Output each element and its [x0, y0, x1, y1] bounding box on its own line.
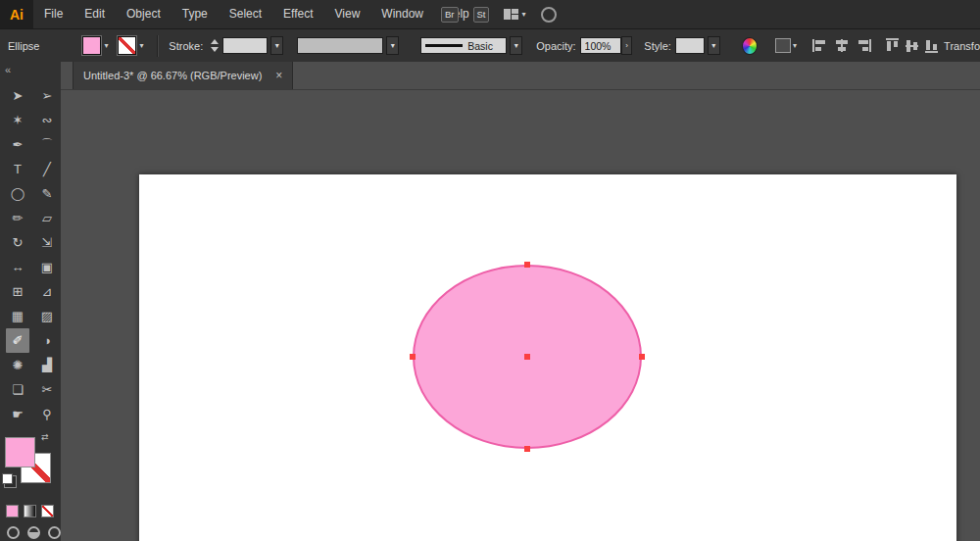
draw-normal-icon[interactable] — [7, 526, 20, 539]
chevron-down-icon[interactable]: ▾ — [510, 36, 522, 55]
menu-object[interactable]: Object — [116, 0, 172, 28]
fill-swatch[interactable] — [5, 437, 35, 467]
tools-panel: « ➤➢✶∾✒⌒T╱◯✎✏▱↻⇲↔▣⊞⊿▦▨✐◑✺▟❏✂☛⚲ ⇄ — [0, 62, 62, 541]
color-button[interactable] — [6, 505, 19, 517]
none-button[interactable] — [41, 505, 54, 517]
anchor-point[interactable] — [524, 446, 530, 452]
tool-gradient[interactable]: ▨ — [35, 304, 59, 328]
menu-effect[interactable]: Effect — [272, 0, 323, 28]
width-profile-value[interactable] — [297, 37, 383, 54]
fill-color-swatch[interactable] — [82, 36, 101, 55]
opacity-flyout-button[interactable]: › — [621, 36, 633, 55]
menu-select[interactable]: Select — [219, 0, 272, 28]
align-vertical-top-icon[interactable] — [886, 38, 899, 53]
bridge-button[interactable]: Br — [441, 7, 459, 23]
tool-pen[interactable]: ✒ — [6, 132, 29, 157]
select-similar-icon[interactable] — [775, 38, 791, 53]
tool-zoom[interactable]: ⚲ — [35, 402, 59, 426]
document-tab-bar: Untitled-3* @ 66.67% (RGB/Preview) × — [61, 62, 980, 90]
stroke-color-control[interactable]: ▾ — [118, 36, 143, 55]
tool-type[interactable]: T — [6, 157, 29, 181]
tool-line-segment[interactable]: ╱ — [35, 157, 59, 181]
fill-stroke-indicator: ⇄ — [0, 436, 61, 491]
align-horizontal-right-icon[interactable] — [857, 39, 871, 52]
chevron-down-icon[interactable]: ▾ — [386, 36, 399, 55]
tool-selection[interactable]: ➤ — [6, 83, 29, 108]
recolor-artwork-icon[interactable] — [742, 37, 758, 55]
collapse-panel-icon[interactable]: « — [0, 62, 61, 79]
tool-direct-selection[interactable]: ➢ — [35, 83, 59, 108]
chevron-down-icon[interactable]: ▾ — [708, 36, 720, 55]
menu-file[interactable]: File — [33, 0, 74, 28]
tool-perspective-grid[interactable]: ⊿ — [35, 279, 59, 304]
tool-curvature[interactable]: ⌒ — [35, 132, 59, 157]
stock-button[interactable]: St — [473, 7, 490, 23]
transform-label[interactable]: Transfo — [938, 40, 980, 52]
align-vertical-center-icon[interactable] — [906, 38, 918, 54]
tool-magic-wand[interactable]: ✶ — [6, 108, 29, 132]
fill-color-control[interactable]: ▾ — [82, 36, 108, 55]
tab-close-icon[interactable]: × — [275, 69, 282, 82]
draw-behind-icon[interactable] — [27, 526, 40, 539]
stroke-weight-select[interactable]: ▾ — [222, 36, 283, 55]
canvas-area[interactable] — [61, 90, 980, 541]
draw-inside-icon[interactable] — [48, 526, 61, 539]
menu-type[interactable]: Type — [172, 0, 219, 28]
tool-eyedropper[interactable]: ✐ — [6, 328, 29, 353]
stroke-label: Stroke: — [169, 40, 203, 52]
center-point[interactable] — [524, 354, 530, 360]
tool-shape-builder[interactable]: ⊞ — [6, 279, 29, 304]
style-select[interactable]: ▾ — [675, 36, 720, 55]
brush-definition-select[interactable]: Basic ▾ — [420, 36, 522, 55]
stroke-weight-stepper[interactable] — [211, 39, 219, 52]
tool-column-graph[interactable]: ▟ — [35, 353, 59, 377]
menu-view[interactable]: View — [324, 0, 371, 28]
stepper-down-icon[interactable] — [211, 47, 219, 52]
stroke-color-swatch[interactable] — [118, 36, 136, 55]
align-buttons — [812, 38, 938, 54]
stroke-weight-value[interactable] — [222, 37, 268, 54]
tool-paintbrush[interactable]: ✎ — [35, 181, 59, 206]
tool-hand[interactable]: ☛ — [6, 402, 29, 426]
tool-slice[interactable]: ✂ — [35, 377, 59, 402]
document-tab[interactable]: Untitled-3* @ 66.67% (RGB/Preview) × — [73, 62, 293, 89]
align-horizontal-left-icon[interactable] — [812, 39, 827, 52]
tool-rotate[interactable]: ↻ — [6, 230, 29, 255]
style-value[interactable] — [675, 37, 705, 54]
tool-ellipse[interactable]: ◯ — [6, 181, 29, 206]
gradient-button[interactable] — [24, 505, 36, 517]
anchor-point[interactable] — [639, 354, 645, 360]
opacity-input[interactable] — [580, 37, 621, 54]
align-horizontal-center-icon[interactable] — [834, 39, 850, 52]
tool-free-transform[interactable]: ▣ — [35, 255, 59, 279]
tool-width[interactable]: ↔ — [6, 255, 29, 279]
menu-window[interactable]: Window — [370, 0, 434, 28]
color-mode-buttons — [0, 505, 61, 517]
chevron-down-icon[interactable]: ▾ — [793, 41, 797, 50]
chevron-down-icon[interactable]: ▾ — [139, 41, 143, 50]
tool-blend[interactable]: ◑ — [35, 328, 59, 353]
tool-scale[interactable]: ⇲ — [35, 230, 59, 255]
anchor-point[interactable] — [524, 262, 530, 268]
tool-shaper[interactable]: ✏ — [6, 206, 29, 230]
tool-symbol-sprayer[interactable]: ✺ — [6, 353, 29, 377]
width-profile-select[interactable]: ▾ — [297, 36, 399, 55]
gpu-performance-icon[interactable] — [541, 7, 557, 23]
anchor-point[interactable] — [410, 354, 416, 360]
drawing-mode-buttons — [0, 526, 61, 539]
chevron-down-icon[interactable]: ▾ — [104, 41, 108, 50]
app-logo[interactable]: Ai — [0, 0, 33, 28]
menu-edit[interactable]: Edit — [74, 0, 116, 28]
brush-definition-value[interactable]: Basic — [420, 37, 507, 54]
swap-fill-stroke-icon[interactable]: ⇄ — [41, 432, 49, 442]
stepper-up-icon[interactable] — [211, 39, 219, 44]
tool-lasso[interactable]: ∾ — [35, 108, 59, 132]
tool-artboard[interactable]: ❏ — [6, 377, 29, 402]
tool-mesh[interactable]: ▦ — [6, 304, 29, 328]
tool-eraser[interactable]: ▱ — [35, 206, 59, 230]
arrange-documents-icon[interactable]: ▾ — [504, 9, 525, 20]
default-fill-stroke-icon[interactable] — [2, 473, 13, 484]
align-vertical-bottom-icon[interactable] — [925, 38, 938, 53]
select-similar-control[interactable]: ▾ — [775, 38, 797, 53]
chevron-down-icon[interactable]: ▾ — [270, 36, 283, 55]
